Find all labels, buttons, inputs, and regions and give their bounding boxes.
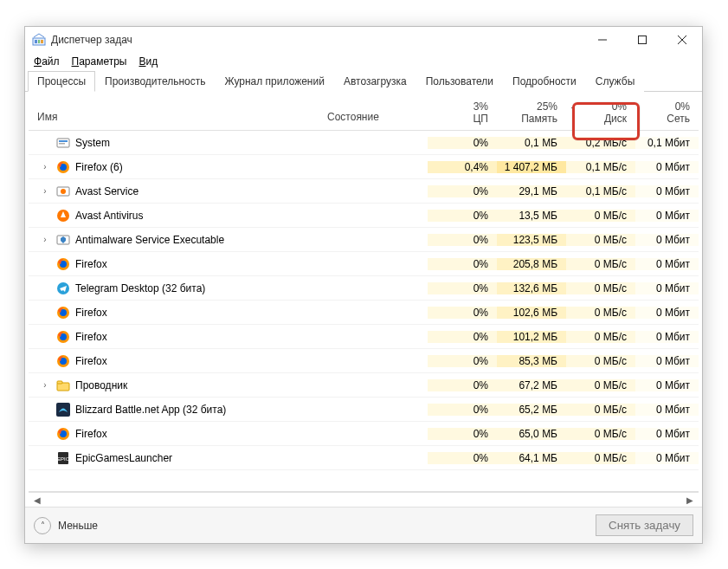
process-name: Firefox [75, 355, 107, 367]
firefox-icon [56, 354, 70, 368]
svg-rect-27 [57, 381, 62, 384]
cpu-label: ЦП [431, 113, 488, 125]
cpu-percent: 3% [474, 100, 488, 113]
process-memory: 65,2 МБ [497, 404, 566, 416]
firefox-icon [56, 306, 70, 320]
expand-toggle[interactable]: › [39, 235, 51, 244]
maximize-button[interactable] [622, 27, 662, 53]
table-row[interactable]: Telegram Desktop (32 бита) 0% 132,6 МБ 0… [29, 276, 699, 301]
process-disk: 0 МБ/с [566, 210, 635, 222]
process-memory: 67,2 МБ [497, 379, 566, 391]
mem-label: Память [500, 113, 557, 125]
process-cpu: 0% [428, 379, 497, 391]
menu-view[interactable]: Вид [139, 55, 158, 68]
column-disk[interactable]: ⌄ 0% Диск [566, 97, 635, 130]
titlebar[interactable]: Диспетчер задач [25, 27, 702, 53]
process-name: System [75, 137, 110, 149]
window-controls [583, 27, 702, 53]
column-memory[interactable]: 25% Память [497, 97, 566, 130]
table-row[interactable]: Firefox 0% 85,3 МБ 0 МБ/с 0 Мбит [29, 349, 699, 373]
column-name[interactable]: Имя [29, 104, 324, 130]
table-row[interactable]: › Firefox (6) 0,4% 1 407,2 МБ 0,1 МБ/с 0… [29, 155, 699, 179]
svg-rect-9 [59, 140, 68, 142]
svg-rect-2 [38, 40, 40, 43]
process-network: 0 Мбит [635, 452, 699, 464]
process-cpu: 0% [428, 185, 497, 197]
column-cpu[interactable]: 3% ЦП [428, 97, 497, 130]
expand-toggle[interactable]: › [39, 380, 51, 390]
process-network: 0 Мбит [635, 404, 699, 416]
menu-file[interactable]: Файл [34, 55, 60, 68]
process-cpu: 0% [428, 355, 497, 367]
process-name: Firefox [75, 307, 107, 319]
table-row[interactable]: › Avast Service 0% 29,1 МБ 0,1 МБ/с 0 Мб… [29, 179, 699, 204]
footer: ˄ Меньше Снять задачу [25, 507, 702, 543]
table-row[interactable]: Firefox 0% 65,0 МБ 0 МБ/с 0 Мбит [29, 422, 699, 446]
process-network: 0 Мбит [635, 428, 699, 440]
process-name: Firefox (6) [75, 161, 123, 173]
tab-services[interactable]: Службы [586, 71, 644, 92]
firefox-icon [56, 257, 70, 271]
process-cpu: 0% [428, 331, 497, 343]
process-memory: 132,6 МБ [497, 282, 566, 294]
process-disk: 0 МБ/с [566, 307, 635, 319]
process-cpu: 0% [428, 282, 497, 294]
table-row[interactable]: Firefox 0% 101,2 МБ 0 МБ/с 0 Мбит [29, 325, 699, 349]
process-memory: 1 407,2 МБ [497, 161, 566, 173]
process-cpu: 0% [428, 210, 497, 222]
table-row[interactable]: › Antimalware Service Executable 0% 123,… [29, 228, 699, 252]
epic-icon: EPIC [56, 451, 70, 465]
table-row[interactable]: Firefox 0% 205,8 МБ 0 МБ/с 0 Мбит [29, 252, 699, 276]
antimal-icon [56, 233, 70, 247]
process-network: 0 Мбит [635, 282, 699, 294]
table-row[interactable]: Firefox 0% 102,6 МБ 0 МБ/с 0 Мбит [29, 301, 699, 325]
scroll-left-icon[interactable]: ◀ [30, 493, 44, 507]
expand-toggle[interactable]: › [39, 186, 51, 196]
process-name: Antimalware Service Executable [75, 234, 224, 246]
table-row[interactable]: System 0% 0,1 МБ 0,2 МБ/с 0,1 Мбит [29, 131, 699, 155]
svg-rect-10 [59, 143, 65, 145]
chevron-up-icon: ˄ [34, 517, 51, 534]
tab-app-history[interactable]: Журнал приложений [216, 71, 334, 92]
process-cpu: 0,4% [428, 161, 497, 173]
process-network: 0 Мбит [635, 258, 699, 270]
tab-users[interactable]: Пользователи [416, 71, 503, 92]
horizontal-scrollbar[interactable]: ◀ ▶ [29, 492, 699, 507]
process-memory: 123,5 МБ [497, 234, 566, 246]
process-grid: Имя Состояние 3% ЦП 25% Память ⌄ 0% Диск… [29, 97, 699, 492]
process-cpu: 0% [428, 307, 497, 319]
tab-performance[interactable]: Производительность [95, 71, 215, 92]
process-disk: 0 МБ/с [566, 404, 635, 416]
process-network: 0 Мбит [635, 210, 699, 222]
process-memory: 0,1 МБ [497, 137, 566, 149]
minimize-button[interactable] [583, 27, 622, 53]
firefox-icon [56, 427, 70, 441]
process-disk: 0 МБ/с [566, 331, 635, 343]
process-rows[interactable]: System 0% 0,1 МБ 0,2 МБ/с 0,1 Мбит › Fir… [29, 131, 699, 491]
table-row[interactable]: Avast Antivirus 0% 13,5 МБ 0 МБ/с 0 Мбит [29, 204, 699, 228]
expand-toggle[interactable]: › [39, 162, 51, 171]
fewer-details-button[interactable]: ˄ Меньше [34, 517, 98, 534]
close-button[interactable] [662, 27, 702, 53]
tab-details[interactable]: Подробности [503, 71, 586, 92]
process-network: 0,1 Мбит [635, 137, 699, 149]
process-disk: 0 МБ/с [566, 258, 635, 270]
sort-indicator-icon: ⌄ [570, 102, 577, 111]
tab-startup[interactable]: Автозагрузка [334, 71, 416, 92]
process-disk: 0,2 МБ/с [566, 137, 635, 149]
column-network[interactable]: 0% Сеть [635, 97, 699, 130]
process-disk: 0 МБ/с [566, 282, 635, 294]
table-row[interactable]: › Проводник 0% 67,2 МБ 0 МБ/с 0 Мбит [29, 373, 699, 398]
process-name: Firefox [75, 428, 107, 440]
tab-processes[interactable]: Процессы [28, 71, 95, 92]
avast-icon [56, 209, 70, 223]
end-task-button[interactable]: Снять задачу [596, 514, 693, 536]
net-percent: 0% [675, 100, 690, 113]
tabs: Процессы Производительность Журнал прило… [25, 70, 702, 92]
menu-options[interactable]: Параметры [72, 55, 127, 68]
table-row[interactable]: EPIC EpicGamesLauncher 0% 64,1 МБ 0 МБ/с… [29, 446, 699, 470]
process-cpu: 0% [428, 234, 497, 246]
scroll-right-icon[interactable]: ▶ [683, 493, 697, 507]
table-row[interactable]: Blizzard Battle.net App (32 бита) 0% 65,… [29, 398, 699, 422]
column-status[interactable]: Состояние [324, 104, 428, 130]
